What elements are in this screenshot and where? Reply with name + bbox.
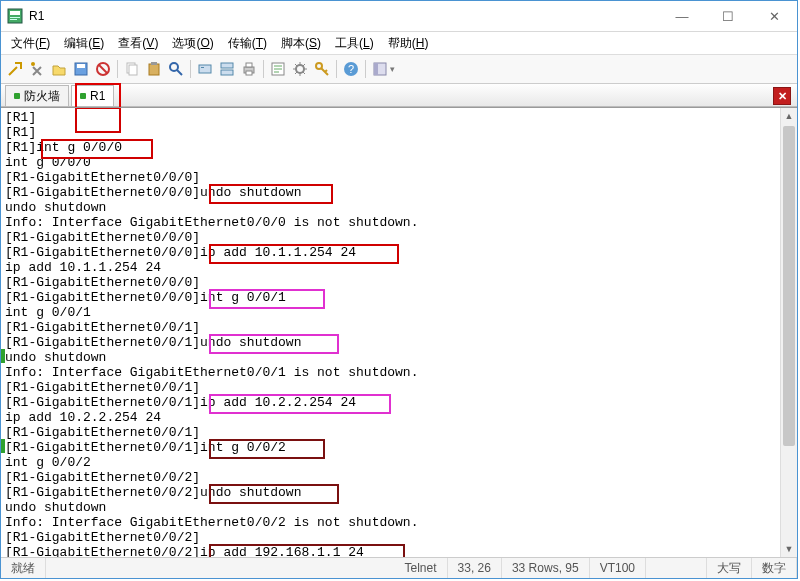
- menubar: 文件(F) 编辑(E) 查看(V) 选项(O) 传输(T) 脚本(S) 工具(L…: [1, 32, 797, 55]
- svg-rect-3: [10, 19, 17, 20]
- status-ready: 就绪: [1, 558, 46, 578]
- toolbar-sep-4: [336, 60, 337, 78]
- menu-transport[interactable]: 传输(T): [222, 33, 273, 54]
- maximize-button[interactable]: ☐: [705, 1, 751, 31]
- svg-rect-15: [221, 63, 233, 68]
- window-title: R1: [29, 9, 659, 23]
- key-icon[interactable]: [312, 59, 332, 79]
- menu-options[interactable]: 选项(O): [166, 33, 219, 54]
- find-icon[interactable]: [166, 59, 186, 79]
- svg-rect-16: [221, 70, 233, 75]
- svg-rect-6: [77, 64, 85, 68]
- edge-marker: [1, 349, 5, 363]
- reconnect-icon[interactable]: [27, 59, 47, 79]
- toolbar-sep-3: [263, 60, 264, 78]
- host-list-icon[interactable]: [217, 59, 237, 79]
- help-icon[interactable]: ?: [341, 59, 361, 79]
- edge-marker: [1, 439, 5, 453]
- app-icon: [7, 8, 23, 24]
- status-num: 数字: [752, 558, 797, 578]
- menu-help[interactable]: 帮助(H): [382, 33, 435, 54]
- save-session-icon[interactable]: [71, 59, 91, 79]
- tabbar: 防火墙 R1 ✕: [1, 84, 797, 107]
- status-dot-icon: [14, 93, 20, 99]
- scroll-thumb[interactable]: [783, 126, 795, 446]
- svg-rect-18: [246, 63, 252, 67]
- status-cursor: 33, 26: [448, 558, 502, 578]
- toggle-panel-icon[interactable]: [370, 59, 390, 79]
- close-tab-button[interactable]: ✕: [773, 87, 791, 105]
- scroll-up-icon[interactable]: ▲: [781, 108, 797, 124]
- toolbar-sep-2: [190, 60, 191, 78]
- tab-label: 防火墙: [24, 88, 60, 105]
- scrollbar[interactable]: ▲ ▼: [780, 108, 797, 557]
- tab-firewall[interactable]: 防火墙: [5, 85, 69, 106]
- properties-icon[interactable]: [268, 59, 288, 79]
- tab-label: R1: [90, 89, 105, 103]
- menu-script[interactable]: 脚本(S): [275, 33, 327, 54]
- svg-rect-9: [129, 65, 137, 75]
- toolbar: ? ▾: [1, 55, 797, 84]
- svg-rect-11: [151, 62, 157, 65]
- menu-tools[interactable]: 工具(L): [329, 33, 380, 54]
- svg-rect-10: [149, 64, 159, 75]
- scroll-down-icon[interactable]: ▼: [781, 541, 797, 557]
- titlebar: R1 — ☐ ✕: [1, 1, 797, 32]
- terminal-viewport[interactable]: [R1] [R1] [R1]int g 0/0/0 int g 0/0/0 [R…: [1, 108, 781, 557]
- svg-rect-19: [246, 71, 252, 75]
- svg-point-4: [31, 62, 35, 66]
- svg-rect-26: [374, 63, 378, 75]
- close-button[interactable]: ✕: [751, 1, 797, 31]
- status-rows: 33 Rows, 95: [502, 558, 590, 578]
- terminal-output[interactable]: [R1] [R1] [R1]int g 0/0/0 int g 0/0/0 [R…: [5, 110, 781, 557]
- status-caps: 大写: [707, 558, 752, 578]
- minimize-button[interactable]: —: [659, 1, 705, 31]
- quick-connect-icon[interactable]: [5, 59, 25, 79]
- terminal-area: [R1] [R1] [R1]int g 0/0/0 int g 0/0/0 [R…: [1, 107, 797, 557]
- menu-edit[interactable]: 编辑(E): [58, 33, 110, 54]
- open-session-icon[interactable]: [49, 59, 69, 79]
- print-icon[interactable]: [239, 59, 259, 79]
- status-dot-icon: [80, 93, 86, 99]
- tab-r1[interactable]: R1: [71, 85, 114, 106]
- app-window: R1 — ☐ ✕ 文件(F) 编辑(E) 查看(V) 选项(O) 传输(T) 脚…: [0, 0, 798, 579]
- new-host-icon[interactable]: [195, 59, 215, 79]
- menu-view[interactable]: 查看(V): [112, 33, 164, 54]
- settings-icon[interactable]: [290, 59, 310, 79]
- toolbar-sep-5: [365, 60, 366, 78]
- statusbar: 就绪 Telnet 33, 26 33 Rows, 95 VT100 大写 数字: [1, 557, 797, 578]
- svg-text:?: ?: [348, 63, 354, 75]
- paste-icon[interactable]: [144, 59, 164, 79]
- menu-file[interactable]: 文件(F): [5, 33, 56, 54]
- svg-rect-1: [10, 11, 20, 15]
- svg-rect-14: [201, 67, 204, 68]
- svg-rect-2: [10, 17, 20, 18]
- copy-icon[interactable]: [122, 59, 142, 79]
- svg-point-12: [170, 63, 178, 71]
- status-protocol: Telnet: [395, 558, 448, 578]
- disconnect-icon[interactable]: [93, 59, 113, 79]
- svg-rect-13: [199, 65, 211, 73]
- window-controls: — ☐ ✕: [659, 1, 797, 31]
- svg-point-21: [296, 65, 304, 73]
- status-emulation: VT100: [590, 558, 646, 578]
- dropdown-caret-icon[interactable]: ▾: [390, 64, 395, 74]
- toolbar-sep-1: [117, 60, 118, 78]
